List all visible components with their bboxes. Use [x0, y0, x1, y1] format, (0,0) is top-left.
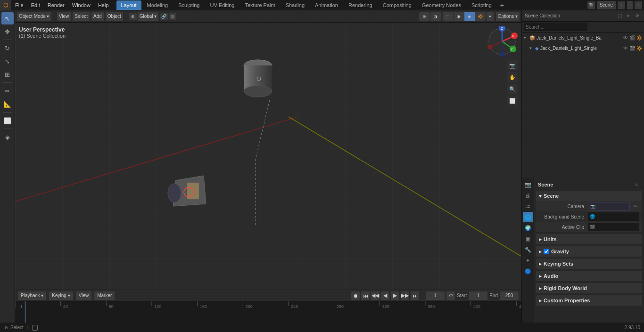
- annotate-tool[interactable]: ✏: [1, 85, 14, 97]
- expand-arrow-1[interactable]: ▾: [529, 46, 535, 50]
- step-back-btn[interactable]: ◀: [381, 292, 389, 300]
- background-scene-value[interactable]: 🌐: [588, 212, 639, 221]
- step-forward-btn[interactable]: ▶▶: [401, 292, 409, 300]
- keying-sets-header[interactable]: ▸ Keying Sets: [536, 259, 642, 269]
- snap-icon[interactable]: 🔗: [160, 13, 168, 20]
- view-btn[interactable]: View: [76, 292, 92, 300]
- outliner-camera-icon-0[interactable]: 🎬: [629, 35, 635, 40]
- select-menu[interactable]: Select: [73, 12, 90, 21]
- scene-section-header[interactable]: ▾ Scene: [536, 191, 642, 201]
- gravity-checkbox[interactable]: [544, 249, 549, 254]
- audio-section-header[interactable]: ▸ Audio: [536, 271, 642, 281]
- hand-tool-btn[interactable]: ✋: [507, 72, 518, 82]
- outliner-search-input[interactable]: [524, 23, 587, 31]
- tab-compositing[interactable]: Compositing: [378, 0, 416, 10]
- extra-tool[interactable]: ◈: [1, 131, 14, 143]
- tab-geometry-nodes[interactable]: Geometry Nodes: [417, 0, 466, 10]
- overlay-toggle[interactable]: ◑: [430, 12, 441, 21]
- outliner-sort-icon[interactable]: ≡: [625, 12, 632, 20]
- play-btn[interactable]: ▶: [391, 292, 399, 300]
- end-frame-input[interactable]: [500, 292, 519, 300]
- new-view-layer-icon[interactable]: +: [635, 1, 642, 9]
- active-clip-value[interactable]: 🎬: [588, 223, 639, 231]
- transform-icon[interactable]: ⊕: [129, 13, 137, 20]
- menu-render[interactable]: Render: [44, 0, 68, 10]
- view-layer-dropdown[interactable]: [627, 1, 633, 9]
- material-mode[interactable]: ◈: [464, 12, 475, 21]
- toggle-view-btn[interactable]: ⬜: [507, 96, 518, 106]
- world-props-icon[interactable]: 🌍: [523, 223, 533, 233]
- camera-edit-icon[interactable]: ✏: [632, 202, 639, 210]
- object-props-icon[interactable]: ▣: [523, 234, 533, 244]
- tab-scripting[interactable]: Scripting: [467, 0, 496, 10]
- viewport-gizmo[interactable]: X Y Z: [487, 26, 518, 57]
- outliner-render-icon-1[interactable]: 🔆: [636, 46, 642, 51]
- gizmo-toggle[interactable]: ⊕: [419, 12, 429, 21]
- fps-btn[interactable]: ⏱: [446, 292, 455, 300]
- tab-animation[interactable]: Animation: [310, 0, 343, 10]
- menu-window[interactable]: Window: [68, 0, 94, 10]
- menu-file[interactable]: File: [11, 0, 27, 10]
- playback-btn[interactable]: Playback ▾: [18, 292, 46, 300]
- object-mode-dropdown[interactable]: Object Mode ▾: [17, 12, 51, 21]
- rigid-body-header[interactable]: ▸ Rigid Body World: [536, 283, 642, 293]
- scale-tool[interactable]: ⤡: [1, 55, 14, 67]
- rotate-tool[interactable]: ↻: [1, 42, 14, 54]
- add-menu[interactable]: Add: [91, 12, 104, 21]
- units-section-header[interactable]: ▸ Units: [536, 234, 642, 244]
- view-layer-props-icon[interactable]: 🗂: [523, 201, 533, 211]
- move-tool[interactable]: ✥: [1, 25, 14, 38]
- camera-object[interactable]: [161, 169, 223, 217]
- prev-keyframe-btn[interactable]: ◀◀: [371, 292, 380, 300]
- transform-tool[interactable]: ⊞: [1, 68, 14, 81]
- tab-rendering[interactable]: Rendering: [344, 0, 377, 10]
- camera-side-btn[interactable]: 📷: [507, 60, 518, 71]
- add-cube-tool[interactable]: ⬜: [1, 114, 14, 127]
- outliner-sync-icon[interactable]: ⟳: [634, 12, 641, 20]
- viewport-canvas[interactable]: User Perspective (1) Scene Collection: [15, 23, 521, 290]
- tab-modeling[interactable]: Modeling: [142, 0, 173, 10]
- gravity-section-header[interactable]: ▸ Gravity: [536, 246, 642, 257]
- rendered-mode[interactable]: 🔆: [475, 12, 486, 21]
- menu-edit[interactable]: Edit: [27, 0, 44, 10]
- start-frame-input[interactable]: [469, 292, 487, 300]
- zoom-btn[interactable]: 🔍: [507, 84, 518, 94]
- custom-props-header[interactable]: ▸ Custom Properties: [536, 295, 642, 306]
- output-props-icon[interactable]: 🖨: [523, 190, 533, 201]
- wireframe-mode[interactable]: ⬚: [443, 12, 453, 21]
- solid-mode[interactable]: ◉: [454, 12, 464, 21]
- add-workspace-button[interactable]: +: [497, 0, 507, 10]
- outliner-eye-icon-1[interactable]: 👁: [623, 46, 628, 51]
- measure-tool[interactable]: 📐: [1, 98, 14, 110]
- new-scene-icon[interactable]: +: [618, 1, 625, 9]
- object-menu[interactable]: Object: [106, 12, 123, 21]
- engine-icon[interactable]: 🎬: [587, 1, 595, 9]
- scene-props-icon[interactable]: 🌐: [523, 212, 533, 222]
- shading-options[interactable]: ▾: [487, 12, 494, 21]
- tab-sculpting[interactable]: Sculpting: [173, 0, 204, 10]
- tab-uv-editing[interactable]: UV Editing: [205, 0, 239, 10]
- outliner-filter-icon[interactable]: ⬚: [616, 12, 623, 20]
- current-frame-input[interactable]: [426, 292, 445, 300]
- options-btn[interactable]: Options ▾: [496, 12, 520, 21]
- jump-start-btn[interactable]: ⏮: [361, 292, 370, 300]
- tab-texture-paint[interactable]: Texture Paint: [240, 0, 280, 10]
- expand-arrow-0[interactable]: ▾: [524, 35, 529, 40]
- render-props-icon[interactable]: 📷: [523, 179, 533, 190]
- tab-shading[interactable]: Shading: [281, 0, 309, 10]
- cursor-tool[interactable]: ↖: [1, 12, 14, 24]
- outliner-render-icon-0[interactable]: 🔆: [636, 35, 642, 40]
- outliner-item-1[interactable]: ▾ ◆ Jack_Daniels_Light_Single 👁 🎬 🔆: [522, 43, 644, 53]
- timeline-ruler[interactable]: 1 40 80 120 160 200 240 280 320: [15, 301, 521, 323]
- scene-dropdown[interactable]: Scene: [597, 1, 616, 9]
- view-menu[interactable]: View: [57, 12, 71, 21]
- outliner-camera-icon-1[interactable]: 🎬: [629, 46, 635, 51]
- particles-props-icon[interactable]: ✦: [523, 255, 533, 266]
- physics-props-icon[interactable]: 🔵: [523, 266, 533, 276]
- menu-help[interactable]: Help: [94, 0, 113, 10]
- keying-btn[interactable]: Keying ▾: [49, 292, 73, 300]
- transform-dropdown[interactable]: Global ▾: [138, 12, 158, 21]
- proportional-edit-icon[interactable]: ◎: [169, 13, 176, 20]
- jump-end-btn[interactable]: ⏭: [411, 292, 419, 300]
- marker-btn[interactable]: Marker: [94, 292, 115, 300]
